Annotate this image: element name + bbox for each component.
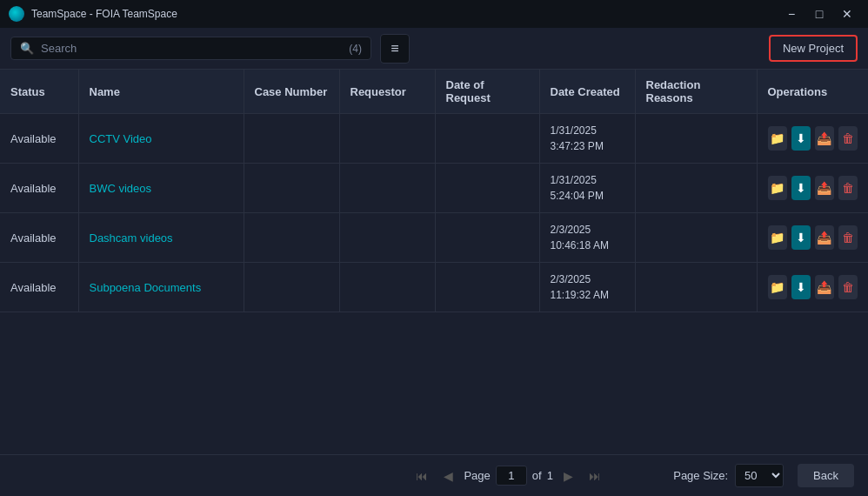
page-size-select[interactable]: 10 25 50 100 [735,464,784,487]
delete-button[interactable]: 🗑 [838,176,858,200]
titlebar-left: TeamSpace - FOIA TeamSpace [9,6,177,22]
download-button[interactable]: ⬇ [791,225,811,250]
download-button[interactable]: ⬇ [791,176,811,200]
search-count-badge: (4) [349,43,362,55]
ops-buttons: 📁 ⬇ 📤 🗑 [768,275,858,299]
download-button[interactable]: ⬇ [791,126,811,151]
page-size-label: Page Size: [673,469,728,482]
page-number-input[interactable] [496,466,527,486]
status-value: Available [10,231,57,245]
cell-requestor [339,213,435,263]
cell-date-created: 1/31/2025 5:24:04 PM [539,164,635,213]
cell-name: Subpoena Documents [78,263,244,312]
status-value: Available [10,182,57,195]
cell-status: Available [0,263,78,312]
col-header-date-created: Date Created [539,70,635,114]
cell-operations: 📁 ⬇ 📤 🗑 [757,114,868,164]
ops-buttons: 📁 ⬇ 📤 🗑 [768,126,858,151]
first-page-button[interactable]: ⏮ [411,466,433,486]
cell-case-number [244,114,339,164]
last-page-button[interactable]: ⏭ [584,466,606,486]
date-line2: 10:46:18 AM [551,238,624,253]
cell-date-created: 2/3/2025 10:46:18 AM [539,213,635,263]
open-folder-button[interactable]: 📁 [768,275,787,299]
cell-requestor [339,114,435,164]
date-line1: 2/3/2025 [551,271,624,287]
table-row: Available Subpoena Documents 2/3/2025 11… [0,263,868,312]
maximize-button[interactable]: □ [807,4,831,23]
close-button[interactable]: ✕ [835,4,859,23]
table-header-row: Status Name Case Number Requestor Date o… [0,70,868,114]
delete-button[interactable]: 🗑 [838,126,858,151]
export-button[interactable]: 📤 [815,275,834,299]
cell-date-created: 2/3/2025 11:19:32 AM [539,263,635,312]
open-folder-button[interactable]: 📁 [768,126,787,151]
projects-table: Status Name Case Number Requestor Date o… [0,70,868,312]
open-folder-button[interactable]: 📁 [768,225,787,250]
download-button[interactable]: ⬇ [791,275,811,299]
project-name-link[interactable]: Subpoena Documents [90,281,202,294]
cell-requestor [339,164,435,213]
footer: ⏮ ◀ Page of 1 ▶ ⏭ Page Size: 10 25 50 10… [0,454,868,496]
cell-date-of-request [435,213,539,263]
filter-button[interactable]: ≡ [380,34,410,64]
date-line2: 5:24:04 PM [551,188,624,204]
total-pages: 1 [547,469,553,482]
minimize-button[interactable]: − [779,4,804,23]
cell-name: Dashcam videos [78,213,244,263]
cell-redaction-reasons [635,114,757,164]
next-page-button[interactable]: ▶ [558,466,578,486]
table-container: Status Name Case Number Requestor Date o… [0,70,868,454]
cell-case-number [244,164,339,213]
col-header-date-of-request: Date of Request [435,70,539,114]
cell-operations: 📁 ⬇ 📤 🗑 [757,263,868,312]
col-header-requestor: Requestor [339,70,435,114]
cell-date-of-request [435,164,539,213]
cell-date-of-request [435,114,539,164]
status-value: Available [10,132,57,145]
table-row: Available Dashcam videos 2/3/2025 10:46:… [0,213,868,263]
cell-name: BWC videos [78,164,244,213]
titlebar: TeamSpace - FOIA TeamSpace − □ ✕ [0,0,868,28]
cell-date-of-request [435,263,539,312]
project-name-link[interactable]: BWC videos [90,182,152,195]
cell-status: Available [0,164,78,213]
cell-status: Available [0,213,78,263]
page-label: Page [464,469,490,482]
cell-status: Available [0,114,78,164]
col-header-name: Name [78,70,244,114]
toolbar: 🔍 (4) ≡ New Project [0,28,868,70]
date-line2: 3:47:23 PM [551,138,624,154]
table-row: Available CCTV Video 1/31/2025 3:47:23 P… [0,114,868,164]
back-button[interactable]: Back [798,464,854,487]
search-icon: 🔍 [20,42,34,55]
search-container: 🔍 (4) [10,37,371,60]
prev-page-button[interactable]: ◀ [438,466,458,486]
project-name-link[interactable]: Dashcam videos [90,231,173,245]
date-line2: 11:19:32 AM [551,287,624,303]
delete-button[interactable]: 🗑 [838,275,858,299]
delete-button[interactable]: 🗑 [838,225,858,250]
search-input[interactable] [41,42,342,55]
export-button[interactable]: 📤 [815,126,834,151]
pagination: ⏮ ◀ Page of 1 ▶ ⏭ [344,466,673,486]
of-label: of [532,469,542,482]
cell-requestor [339,263,435,312]
col-header-status: Status [0,70,78,114]
col-header-operations: Operations [757,70,868,114]
open-folder-button[interactable]: 📁 [768,176,787,200]
footer-right: Page Size: 10 25 50 100 Back [673,464,854,487]
cell-redaction-reasons [635,164,757,213]
export-button[interactable]: 📤 [815,176,834,200]
col-header-case-number: Case Number [244,70,339,114]
cell-date-created: 1/31/2025 3:47:23 PM [539,114,635,164]
export-button[interactable]: 📤 [815,225,834,250]
app-title: TeamSpace - FOIA TeamSpace [31,8,177,20]
cell-operations: 📁 ⬇ 📤 🗑 [757,213,868,263]
project-name-link[interactable]: CCTV Video [90,132,152,145]
ops-buttons: 📁 ⬇ 📤 🗑 [768,225,858,250]
cell-case-number [244,213,339,263]
status-value: Available [10,281,57,294]
page-size-container: Page Size: 10 25 50 100 [673,464,784,487]
new-project-button[interactable]: New Project [769,35,858,62]
